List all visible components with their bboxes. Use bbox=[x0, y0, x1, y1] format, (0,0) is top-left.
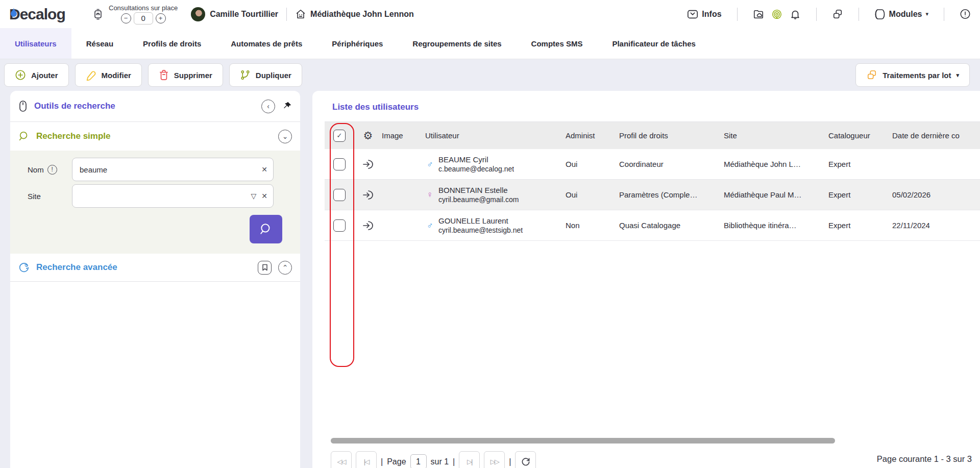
clear-nom-icon[interactable]: ✕ bbox=[261, 165, 267, 174]
login-as-icon[interactable] bbox=[362, 158, 374, 170]
bookmark-button[interactable] bbox=[258, 261, 272, 275]
next-page-button[interactable]: ▷| bbox=[459, 451, 480, 468]
user-fullname: GOUNELLE Laurent bbox=[438, 216, 523, 226]
broadcast-icon[interactable] bbox=[771, 9, 782, 20]
nom-field-label: Nom ! bbox=[17, 165, 72, 175]
login-as-icon[interactable] bbox=[362, 189, 374, 201]
table-row[interactable]: ♀ BONNETAIN Estelle cyril.beaume@gmail.c… bbox=[325, 180, 980, 210]
help-info-icon[interactable] bbox=[960, 9, 971, 20]
pin-icon[interactable] bbox=[282, 101, 292, 111]
search-submit-button[interactable] bbox=[250, 215, 282, 243]
duplicate-button[interactable]: Dupliquer bbox=[229, 63, 302, 87]
user-table: ✓ ⚙ Image Utilisateur Administ Profil de… bbox=[325, 122, 980, 241]
folder-cloud-icon[interactable] bbox=[753, 9, 764, 20]
divider bbox=[10, 281, 300, 282]
modules-menu[interactable]: Modules ▾ bbox=[874, 9, 928, 20]
cell-date: 05/02/2026 bbox=[892, 190, 979, 199]
mouse-icon bbox=[18, 100, 28, 112]
consultations-widget: Consultations sur place − 0 + bbox=[92, 4, 178, 24]
bell-icon[interactable] bbox=[790, 9, 801, 20]
batch-process-button[interactable]: Traitements par lot ▾ bbox=[855, 63, 970, 87]
library-building-icon bbox=[295, 9, 306, 20]
col-profil[interactable]: Profil de droits bbox=[619, 131, 724, 140]
col-administ[interactable]: Administ bbox=[566, 131, 619, 140]
decrement-button[interactable]: − bbox=[121, 13, 131, 23]
cell-administ: Oui bbox=[566, 160, 619, 168]
user-list-title: Liste des utilisateurs bbox=[312, 91, 980, 121]
user-email: c.beaume@decalog.net bbox=[438, 164, 514, 174]
forward-page-button[interactable]: ▷▷ bbox=[484, 451, 505, 468]
tab-p-riph-riques[interactable]: Périphériques bbox=[317, 28, 398, 59]
increment-button[interactable]: + bbox=[156, 13, 166, 23]
linked-windows-icon[interactable] bbox=[832, 9, 843, 20]
user-list-panel: Liste des utilisateurs ✓ ⚙ Image Utilisa… bbox=[312, 91, 980, 468]
collapse-panel-button[interactable]: ‹ bbox=[261, 100, 275, 113]
app-logo[interactable]: Decalog bbox=[9, 6, 83, 23]
refresh-button[interactable] bbox=[515, 451, 536, 468]
tab-automates-de-pr-ts[interactable]: Automates de prêts bbox=[216, 28, 317, 59]
page-number-input[interactable] bbox=[410, 454, 427, 468]
separator: | bbox=[381, 457, 383, 466]
user-name: Camille Tourtillier bbox=[210, 10, 278, 19]
table-row[interactable]: ♂ GOUNELLE Laurent cyril.beaume@testsigb… bbox=[325, 210, 980, 241]
trash-icon bbox=[159, 69, 169, 81]
collapse-advanced-button[interactable]: ⌃ bbox=[278, 261, 292, 275]
collapse-section-button[interactable]: ⌄ bbox=[278, 130, 292, 143]
tab-r-seau[interactable]: Réseau bbox=[71, 28, 128, 59]
advanced-search-icon bbox=[18, 262, 30, 273]
batch-button-label: Traitements par lot bbox=[883, 71, 951, 80]
search-icon bbox=[259, 223, 273, 236]
row-checkbox[interactable] bbox=[333, 189, 346, 201]
consultations-count[interactable]: 0 bbox=[134, 12, 153, 24]
first-page-button[interactable]: |◁ bbox=[356, 451, 377, 468]
infos-label: Infos bbox=[702, 10, 721, 19]
rewind-page-button[interactable]: ◁◁ bbox=[331, 451, 352, 468]
col-site[interactable]: Site bbox=[724, 131, 828, 140]
search-icon bbox=[18, 131, 30, 142]
module-nav: UtilisateursRéseauProfils de droitsAutom… bbox=[0, 28, 980, 59]
batch-icon bbox=[866, 70, 877, 80]
module-box-icon bbox=[874, 9, 886, 20]
current-site[interactable]: Médiathèque John Lennon bbox=[295, 9, 414, 20]
separator bbox=[859, 8, 859, 21]
row-checkbox[interactable] bbox=[333, 219, 346, 232]
nom-input[interactable] bbox=[72, 158, 274, 181]
add-button-label: Ajouter bbox=[31, 71, 58, 80]
cell-profil: Quasi Catalogage bbox=[619, 221, 724, 230]
user-email: cyril.beaume@testsigb.net bbox=[438, 226, 523, 235]
tab-regroupements-de-sites[interactable]: Regroupements de sites bbox=[398, 28, 516, 59]
cell-site: Médiathèque Paul M… bbox=[724, 190, 828, 199]
column-settings-gear-icon[interactable]: ⚙ bbox=[363, 130, 373, 142]
male-icon: ♂ bbox=[425, 159, 434, 169]
pagination: ◁◁ |◁ |Page sur 1| ▷| ▷▷ | bbox=[331, 451, 536, 468]
site-dropdown-icon[interactable]: ▽ bbox=[251, 192, 256, 200]
search-tools-title: Outils de recherche bbox=[34, 101, 115, 111]
edit-button[interactable]: Modifier bbox=[75, 63, 142, 87]
tab-profils-de-droits[interactable]: Profils de droits bbox=[128, 28, 216, 59]
tab-utilisateurs[interactable]: Utilisateurs bbox=[0, 28, 71, 59]
table-row[interactable]: ♂ BEAUME Cyril c.beaume@decalog.net Oui … bbox=[325, 149, 980, 180]
site-input[interactable] bbox=[72, 184, 274, 208]
cell-administ: Non bbox=[566, 221, 619, 230]
col-date[interactable]: Date de dernière co bbox=[892, 131, 979, 140]
clear-site-icon[interactable]: ✕ bbox=[261, 192, 267, 200]
tab-comptes-sms[interactable]: Comptes SMS bbox=[517, 28, 598, 59]
current-user[interactable]: Camille Tourtillier bbox=[191, 7, 278, 21]
col-image[interactable]: Image bbox=[382, 131, 425, 140]
cell-site: Bibliothèque itinéra… bbox=[724, 221, 828, 230]
login-as-icon[interactable] bbox=[362, 219, 374, 232]
tab-planificateur-de-t-ches[interactable]: Planificateur de tâches bbox=[597, 28, 710, 59]
site-field-label: Site bbox=[17, 192, 72, 201]
top-bar: Decalog Consultations sur place − 0 + Ca… bbox=[0, 0, 980, 28]
add-button[interactable]: Ajouter bbox=[4, 63, 69, 87]
select-all-checkbox[interactable]: ✓ bbox=[333, 130, 346, 142]
col-utilisateur[interactable]: Utilisateur bbox=[425, 131, 566, 140]
caret-down-icon: ▾ bbox=[956, 72, 959, 79]
col-catalogueur[interactable]: Catalogueur bbox=[828, 131, 892, 140]
page-label: Page bbox=[387, 457, 406, 466]
delete-button[interactable]: Supprimer bbox=[148, 63, 223, 87]
horizontal-scrollbar[interactable] bbox=[331, 438, 835, 444]
infos-button[interactable]: Infos bbox=[687, 9, 721, 20]
separator: | bbox=[453, 457, 455, 466]
row-checkbox[interactable] bbox=[333, 158, 346, 170]
